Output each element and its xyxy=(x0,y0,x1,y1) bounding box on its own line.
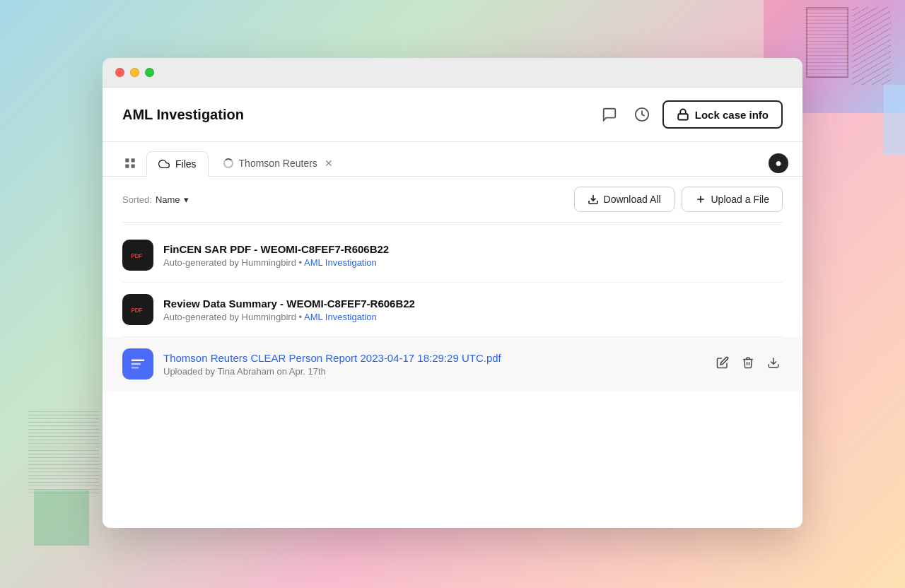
cloud-icon xyxy=(158,158,170,170)
file-item: PDF Review Data Summary - WEOMI-C8FEF7-R… xyxy=(122,283,783,337)
tab-grid-button[interactable] xyxy=(117,151,144,175)
file-item-highlighted: Thomson Reuters CLEAR Person Report 2023… xyxy=(103,337,802,391)
file-list: PDF FinCEN SAR PDF - WEOMI-C8FEF7-R606B2… xyxy=(122,223,783,396)
edit-icon xyxy=(716,356,729,369)
files-toolbar: Sorted: Name ▾ Download All xyxy=(122,177,783,223)
lock-icon xyxy=(677,108,689,121)
svg-rect-5 xyxy=(132,165,135,168)
files-area: Sorted: Name ▾ Download All xyxy=(103,177,802,528)
content-area: AML Investigation xyxy=(103,88,802,528)
loading-spinner xyxy=(223,158,233,168)
upload-file-button[interactable]: Upload a File xyxy=(682,187,783,212)
svg-rect-14 xyxy=(132,360,144,362)
file-meta-link-2[interactable]: AML Investigation xyxy=(304,312,377,322)
bg-decoration-lines-2 xyxy=(852,7,891,85)
file-actions-3 xyxy=(713,353,783,375)
file-meta-1: Auto-generated by Hummingbird • AML Inve… xyxy=(163,257,783,268)
pdf-icon-svg-2: PDF xyxy=(129,300,147,319)
page-title: AML Investigation xyxy=(122,107,244,123)
svg-rect-16 xyxy=(132,367,139,369)
file-item: PDF FinCEN SAR PDF - WEOMI-C8FEF7-R606B2… xyxy=(122,228,783,283)
tab-close-button[interactable]: ✕ xyxy=(323,158,334,168)
sort-chevron-icon: ▾ xyxy=(184,194,189,205)
file-name-link-3[interactable]: Thomson Reuters CLEAR Person Report 2023… xyxy=(163,352,703,364)
svg-rect-1 xyxy=(678,114,688,119)
download-all-icon xyxy=(588,194,599,205)
pdf-icon-svg: PDF xyxy=(129,246,147,264)
file-name-1: FinCEN SAR PDF - WEOMI-C8FEF7-R606B22 xyxy=(163,243,783,255)
tab-thomson-reuters[interactable]: Thomson Reuters ✕ xyxy=(211,151,346,176)
file-icon-pdf-2: PDF xyxy=(122,294,153,325)
file-meta-link-1[interactable]: AML Investigation xyxy=(304,257,377,268)
sort-button[interactable]: Sorted: Name ▾ xyxy=(122,194,189,205)
header-actions: Lock case info xyxy=(597,100,783,129)
tabs-bar: Files Thomson Reuters ✕ ● xyxy=(103,142,802,177)
comment-button[interactable] xyxy=(597,102,621,127)
file-icon-tr xyxy=(122,348,153,380)
tr-icon-svg xyxy=(129,355,147,373)
svg-rect-15 xyxy=(132,363,141,365)
lock-case-info-button[interactable]: Lock case info xyxy=(662,100,783,129)
svg-rect-4 xyxy=(125,165,129,168)
file-name-2: Review Data Summary - WEOMI-C8FEF7-R606B… xyxy=(163,298,783,310)
file-meta-2: Auto-generated by Hummingbird • AML Inve… xyxy=(163,312,783,322)
upload-icon xyxy=(695,194,706,205)
bg-decoration-lines-1 xyxy=(806,7,848,78)
add-tab-icon: ● xyxy=(775,157,782,170)
tab-files[interactable]: Files xyxy=(146,151,209,177)
traffic-light-red[interactable] xyxy=(115,68,124,77)
file-meta-3: Uploaded by Tina Abraham on Apr. 17th xyxy=(163,366,703,377)
file-delete-button[interactable] xyxy=(739,353,757,375)
svg-rect-2 xyxy=(125,158,129,162)
svg-text:PDF: PDF xyxy=(131,307,142,314)
svg-text:PDF: PDF xyxy=(131,252,142,259)
file-icon-pdf-1: PDF xyxy=(122,240,153,271)
tabs-right: ● xyxy=(769,153,788,173)
svg-rect-3 xyxy=(132,158,135,162)
file-info-2: Review Data Summary - WEOMI-C8FEF7-R606B… xyxy=(163,298,783,322)
download-icon xyxy=(767,356,780,369)
traffic-light-yellow[interactable] xyxy=(130,68,139,77)
file-info-1: FinCEN SAR PDF - WEOMI-C8FEF7-R606B22 Au… xyxy=(163,243,783,268)
grid-icon xyxy=(124,157,136,170)
trash-icon xyxy=(742,356,754,369)
file-info-3: Thomson Reuters CLEAR Person Report 2023… xyxy=(163,352,703,377)
add-tab-button[interactable]: ● xyxy=(769,153,788,173)
bg-decoration-light-blue xyxy=(884,85,905,155)
app-header: AML Investigation xyxy=(103,88,802,142)
file-edit-button[interactable] xyxy=(713,353,732,375)
main-window: AML Investigation xyxy=(103,58,802,528)
toolbar-right-actions: Download All Upload a File xyxy=(574,187,783,212)
title-bar xyxy=(103,58,802,88)
bg-decoration-square-green xyxy=(34,490,89,546)
bg-decoration-lines-bottom xyxy=(28,411,99,496)
download-all-button[interactable]: Download All xyxy=(574,187,675,212)
history-button[interactable] xyxy=(630,102,654,127)
file-download-button[interactable] xyxy=(764,353,783,375)
traffic-light-green[interactable] xyxy=(145,68,154,77)
